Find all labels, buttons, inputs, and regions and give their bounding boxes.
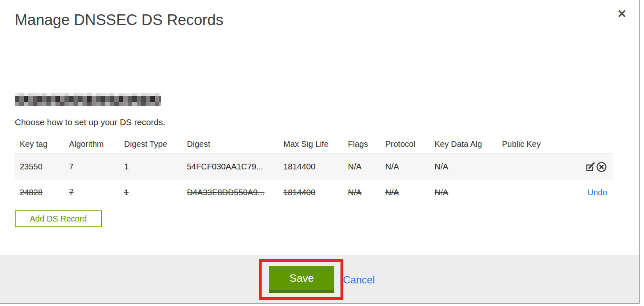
instruction-text: Choose how to set up your DS records.	[15, 117, 166, 127]
cell-key-data-alg: N/A	[430, 180, 497, 206]
edit-record-button[interactable]	[585, 161, 596, 172]
save-button[interactable]: Save	[269, 266, 334, 293]
footer-bar: Save Cancel	[0, 255, 639, 303]
cell-key-tag: 24828	[15, 180, 64, 206]
cell-algorithm: 7	[64, 180, 119, 206]
header-public-key: Public Key	[497, 135, 552, 153]
cell-digest: D4A33E8DD550A9...	[182, 180, 278, 206]
close-icon: ✕	[617, 8, 627, 20]
header-digest: Digest	[182, 135, 278, 153]
cell-flags: N/A	[343, 180, 380, 206]
header-key-tag: Key tag	[15, 135, 64, 153]
header-algorithm: Algorithm	[64, 135, 119, 153]
cell-public-key	[497, 180, 552, 206]
close-button[interactable]: ✕	[614, 7, 629, 21]
table-header-row: Key tag Algorithm Digest Type Digest Max…	[15, 135, 613, 153]
cell-digest: 54FCF030AA1C79...	[182, 153, 278, 180]
cell-max-sig-life: 1814400	[278, 180, 343, 206]
undo-delete-link[interactable]: Undo	[587, 188, 607, 197]
cell-protocol: N/A	[380, 180, 430, 206]
cell-max-sig-life: 1814400	[278, 153, 343, 180]
header-max-sig-life: Max Sig Life	[278, 135, 343, 153]
header-key-data-alg: Key Data Alg	[430, 135, 497, 153]
cell-algorithm: 7	[64, 153, 119, 180]
cell-key-tag: 23550	[15, 153, 64, 180]
redacted-domain-name	[15, 93, 161, 106]
header-flags: Flags	[343, 135, 380, 153]
cell-key-data-alg: N/A	[430, 153, 497, 180]
dnssec-modal: Manage DNSSEC DS Records ✕ Choose how to…	[0, 0, 640, 304]
add-ds-record-button[interactable]: Add DS Record	[15, 210, 102, 227]
cancel-link[interactable]: Cancel	[343, 274, 375, 286]
ds-records-table: Key tag Algorithm Digest Type Digest Max…	[15, 135, 613, 206]
edit-icon	[585, 163, 596, 169]
cell-protocol: N/A	[380, 153, 430, 180]
cell-digest-type: 1	[119, 180, 182, 206]
cell-actions: Undo	[552, 180, 613, 206]
header-digest-type: Digest Type	[119, 135, 182, 153]
page-title: Manage DNSSEC DS Records	[15, 11, 223, 29]
cell-actions	[552, 153, 613, 180]
delete-icon	[596, 163, 607, 169]
table-row: 23550 7 1 54FCF030AA1C79... 1814400 N/A …	[15, 153, 613, 180]
header-actions	[552, 135, 613, 153]
cell-digest-type: 1	[119, 153, 182, 180]
header-protocol: Protocol	[380, 135, 430, 153]
cell-flags: N/A	[343, 153, 380, 180]
cell-public-key	[497, 153, 552, 180]
delete-record-button[interactable]	[596, 161, 607, 172]
table-row-deleted: 24828 7 1 D4A33E8DD550A9... 1814400 N/A …	[15, 180, 613, 206]
